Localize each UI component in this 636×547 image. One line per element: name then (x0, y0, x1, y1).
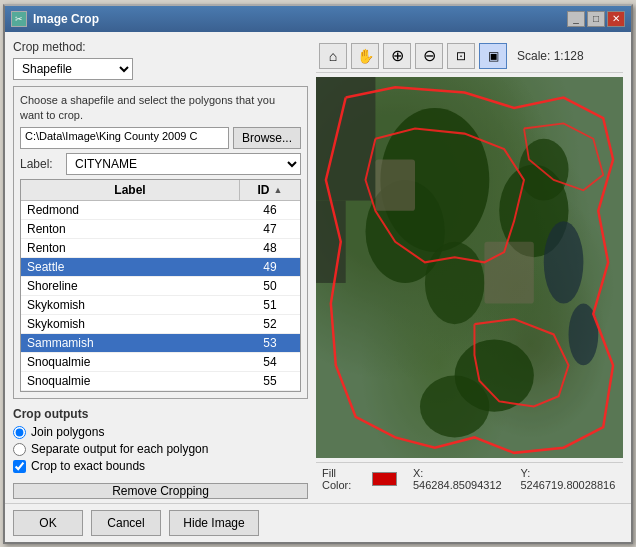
table-row[interactable]: Seattle49 (21, 258, 300, 277)
window-icon: ✂ (11, 11, 27, 27)
polygon-table: Label ID ▲ Redmond46Renton47Renton48Seat… (20, 179, 301, 392)
svg-rect-13 (484, 241, 534, 303)
fill-color-swatch (372, 472, 397, 486)
col-label-header: Label (21, 180, 240, 200)
map-background (316, 77, 623, 458)
row-id: 54 (240, 353, 300, 371)
row-id: 52 (240, 315, 300, 333)
ok-button[interactable]: OK (13, 510, 83, 536)
row-id: 46 (240, 201, 300, 219)
exact-bounds-label: Crop to exact bounds (31, 459, 145, 473)
home-button[interactable]: ⌂ (319, 43, 347, 69)
close-button[interactable]: ✕ (607, 11, 625, 27)
svg-point-5 (425, 241, 484, 323)
browse-button[interactable]: Browse... (233, 127, 301, 149)
map-toolbar: ⌂ ✋ ⊕ ⊖ ⊡ ▣ Scale: 1:128 (316, 40, 623, 73)
label-select[interactable]: CITYNAME (66, 153, 301, 175)
separate-output-label: Separate output for each polygon (31, 442, 208, 456)
row-id: 50 (240, 277, 300, 295)
right-panel: ⌂ ✋ ⊕ ⊖ ⊡ ▣ Scale: 1:128 (316, 40, 623, 495)
row-label: Sammamish (21, 334, 240, 352)
row-label: Skykomish (21, 315, 240, 333)
crop-outputs-title: Crop outputs (13, 407, 308, 421)
table-row[interactable]: Snoqualmie55 (21, 372, 300, 391)
table-body[interactable]: Redmond46Renton47Renton48Seattle49Shorel… (21, 201, 300, 391)
table-row[interactable]: Renton48 (21, 239, 300, 258)
description-text: Choose a shapefile and select the polygo… (20, 93, 301, 124)
table-row[interactable]: Shoreline50 (21, 277, 300, 296)
image-crop-window: ✂ Image Crop _ □ ✕ Crop method: Shapefil… (3, 4, 633, 544)
map-view[interactable] (316, 77, 623, 458)
maximize-button[interactable]: □ (587, 11, 605, 27)
crop-select-button[interactable]: ▣ (479, 43, 507, 69)
table-row[interactable]: Sammamish53 (21, 334, 300, 353)
minimize-button[interactable]: _ (567, 11, 585, 27)
zoom-in-button[interactable]: ⊕ (383, 43, 411, 69)
row-id: 47 (240, 220, 300, 238)
table-row[interactable]: Skykomish51 (21, 296, 300, 315)
coord-y-value: 5246719.80028816 (521, 479, 616, 491)
identify-button[interactable]: ⊡ (447, 43, 475, 69)
row-label: Skykomish (21, 296, 240, 314)
file-path-input: C:\Data\Image\King County 2009 C (20, 127, 229, 149)
row-id: 51 (240, 296, 300, 314)
row-id: 55 (240, 372, 300, 390)
scale-label: Scale: 1:128 (517, 49, 584, 63)
row-label: Redmond (21, 201, 240, 219)
coord-y-label: Y: 5246719.80028816 (521, 467, 618, 491)
col-id-header: ID ▲ (240, 180, 300, 200)
crop-method-label: Crop method: (13, 40, 308, 54)
crop-method-select[interactable]: Shapefile Rectangle Polygon (13, 58, 133, 80)
table-header: Label ID ▲ (21, 180, 300, 201)
pan-button[interactable]: ✋ (351, 43, 379, 69)
cancel-button[interactable]: Cancel (91, 510, 161, 536)
left-panel: Crop method: Shapefile Rectangle Polygon… (13, 40, 308, 495)
exact-bounds-checkbox[interactable] (13, 460, 26, 473)
label-field-label: Label: (20, 157, 60, 171)
svg-point-10 (544, 221, 584, 303)
separate-output-radio[interactable] (13, 443, 26, 456)
shapefile-group: Choose a shapefile and select the polygo… (13, 86, 308, 400)
bottom-buttons: OK Cancel Hide Image (5, 503, 631, 542)
row-label: Renton (21, 239, 240, 257)
row-label: Shoreline (21, 277, 240, 295)
row-id: 48 (240, 239, 300, 257)
fill-color-label: Fill Color: (322, 467, 364, 491)
hide-image-button[interactable]: Hide Image (169, 510, 259, 536)
status-bar: Fill Color: X: 546284.85094312 Y: 524671… (316, 462, 623, 495)
zoom-out-button[interactable]: ⊖ (415, 43, 443, 69)
table-row[interactable]: Skykomish52 (21, 315, 300, 334)
svg-point-9 (420, 375, 489, 437)
sort-arrow-icon: ▲ (274, 185, 283, 195)
coord-x-label: X: 546284.85094312 (413, 467, 505, 491)
window-title: Image Crop (33, 12, 99, 26)
map-svg-overlay (316, 77, 623, 458)
join-polygons-radio[interactable] (13, 426, 26, 439)
table-row[interactable]: Snoqualmie54 (21, 353, 300, 372)
table-row[interactable]: Renton47 (21, 220, 300, 239)
coord-x-value: 546284.85094312 (413, 479, 502, 491)
row-label: Seattle (21, 258, 240, 276)
crop-outputs-section: Crop outputs Join polygons Separate outp… (13, 407, 308, 473)
title-bar: ✂ Image Crop _ □ ✕ (5, 6, 631, 32)
row-label: Snoqualmie (21, 372, 240, 390)
row-id: 49 (240, 258, 300, 276)
row-label: Snoqualmie (21, 353, 240, 371)
row-id: 53 (240, 334, 300, 352)
svg-rect-12 (375, 159, 415, 210)
table-row[interactable]: Redmond46 (21, 201, 300, 220)
row-label: Renton (21, 220, 240, 238)
join-polygons-label: Join polygons (31, 425, 104, 439)
remove-cropping-button[interactable]: Remove Cropping (13, 483, 308, 499)
